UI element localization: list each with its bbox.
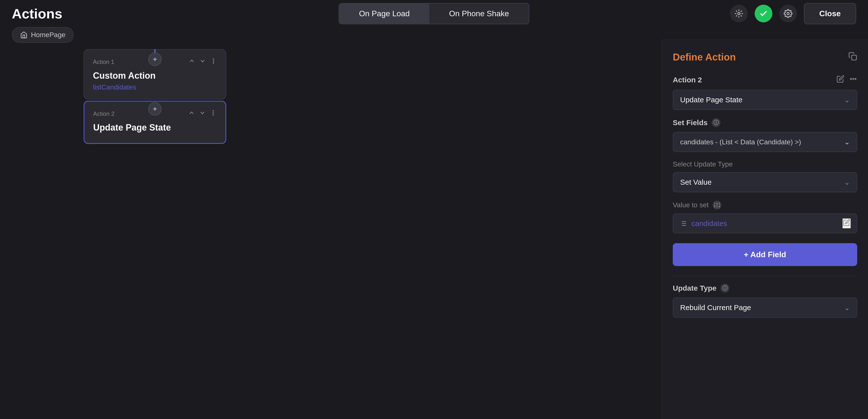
gear-icon-btn[interactable] xyxy=(779,5,797,22)
set-fields-info-icon[interactable]: ⓘ xyxy=(712,118,720,127)
value-text: candidates xyxy=(691,219,727,228)
tab-group: On Page Load On Phone Shake xyxy=(339,3,529,24)
check-icon xyxy=(759,9,768,18)
value-to-set-section: Value to set xyxy=(673,201,857,210)
rebuild-chevron: ⌄ xyxy=(844,304,850,312)
svg-point-0 xyxy=(738,12,740,15)
list-icon xyxy=(679,219,687,228)
panel-title: Define Action xyxy=(673,52,736,63)
panel-header: Define Action xyxy=(673,52,857,63)
svg-rect-8 xyxy=(852,55,857,60)
set-fields-section: Set Fields ⓘ xyxy=(673,118,857,127)
action-card-2: Action 2 xyxy=(84,101,226,116)
header-right: Close xyxy=(730,3,856,24)
gear-icon xyxy=(784,9,793,18)
update-type-chevron: ⌄ xyxy=(844,178,850,186)
action-name-icons xyxy=(837,75,857,85)
value-edit-btn[interactable] xyxy=(842,218,851,229)
update-type-value: Set Value xyxy=(680,178,712,186)
svg-point-9 xyxy=(850,79,851,80)
dots-icon xyxy=(849,75,857,83)
action-type-value: Update Page State xyxy=(680,96,743,104)
action-card-1: Action 1 xyxy=(84,49,226,64)
tab-on-phone-shake[interactable]: On Phone Shake xyxy=(429,4,529,24)
right-panel: Define Action Action 2 xyxy=(661,39,868,419)
breadcrumb-label: HomePage xyxy=(31,31,65,39)
action-more-btn[interactable] xyxy=(849,75,857,85)
tab-on-page-load[interactable]: On Page Load xyxy=(339,4,429,24)
action-type-dropdown[interactable]: Update Page State ⌄ xyxy=(673,90,857,110)
add-action-bottom-btn[interactable]: + xyxy=(148,102,161,116)
value-field-left: candidates xyxy=(679,219,727,228)
set-fields-text: Set Fields xyxy=(673,119,708,127)
settings-icon-btn[interactable] xyxy=(730,5,748,22)
value-field[interactable]: candidates xyxy=(673,213,857,233)
page-title: Actions xyxy=(12,6,62,22)
update-type-dropdown[interactable]: Set Value ⌄ xyxy=(673,172,857,192)
action-name-row: Action 2 xyxy=(673,75,857,85)
action-type-chevron: ⌄ xyxy=(844,96,850,104)
value-to-set-text: Value to set xyxy=(673,201,709,209)
field-value: candidates - (List < Data (Candidate) >) xyxy=(680,138,801,146)
canvas-area: Action 1 xyxy=(0,39,868,419)
action-1-subtitle: listCandidates xyxy=(93,83,217,91)
connector-bottom: + xyxy=(84,101,226,116)
panel-header-icons xyxy=(848,52,857,63)
update-type-section-text: Update Type xyxy=(673,284,716,292)
svg-point-11 xyxy=(855,79,856,80)
update-type-section: Update Type ⓘ xyxy=(673,284,857,293)
svg-point-10 xyxy=(853,79,854,80)
value-to-set-icon[interactable] xyxy=(713,201,721,210)
rebuild-dropdown[interactable]: Rebuild Current Page ⌄ xyxy=(673,298,857,318)
field-chevron: ⌄ xyxy=(844,138,850,146)
rebuild-label: Rebuild Current Page xyxy=(680,303,751,312)
home-icon xyxy=(20,31,28,39)
divider xyxy=(673,276,857,276)
header: Actions On Page Load On Phone Shake Clos… xyxy=(0,0,868,27)
add-field-label: + Add Field xyxy=(744,250,786,259)
tool-icon xyxy=(735,9,743,18)
action-edit-btn[interactable] xyxy=(837,75,844,85)
close-button[interactable]: Close xyxy=(804,3,856,24)
action-1-title: Custom Action xyxy=(93,70,217,81)
add-action-top-btn[interactable]: + xyxy=(148,53,161,66)
panel-copy-btn[interactable] xyxy=(848,52,857,63)
action-2-title: Update Page State xyxy=(93,122,217,133)
update-type-info-icon[interactable]: ⓘ xyxy=(720,284,729,293)
copy-icon xyxy=(848,52,857,61)
connector-top: + xyxy=(84,49,226,64)
check-icon-btn[interactable] xyxy=(755,5,772,22)
pencil-small-icon xyxy=(843,219,850,226)
select-update-type-label: Select Update Type xyxy=(673,160,857,168)
field-selector-dropdown[interactable]: candidates - (List < Data (Candidate) >)… xyxy=(673,132,857,152)
svg-point-1 xyxy=(787,12,789,15)
pencil-icon xyxy=(837,75,844,83)
select-update-type-text: Select Update Type xyxy=(673,160,733,168)
add-field-button[interactable]: + Add Field xyxy=(673,243,857,266)
action-name-label: Action 2 xyxy=(673,76,702,84)
sliders-icon xyxy=(714,202,720,209)
